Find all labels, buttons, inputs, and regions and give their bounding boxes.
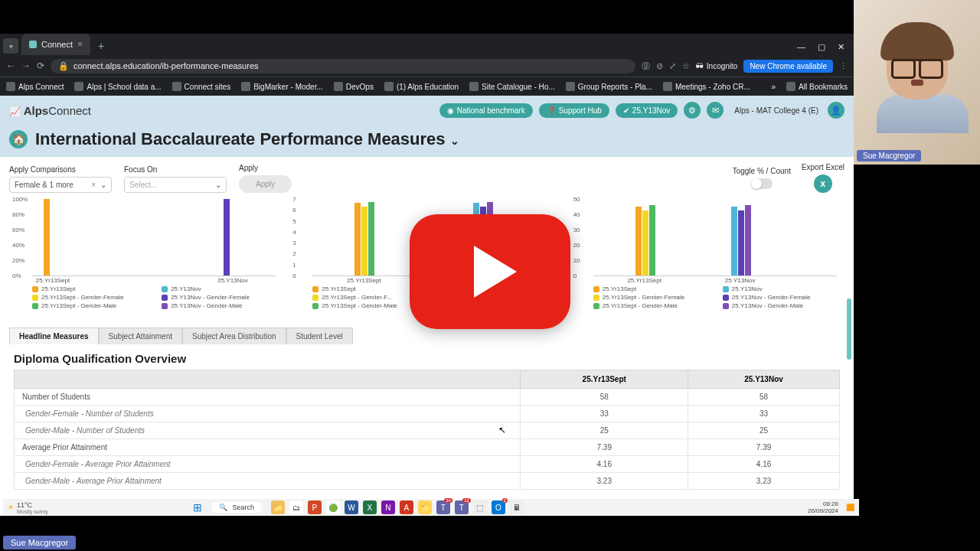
support-hub-pill[interactable]: ❓Support Hub <box>539 103 609 118</box>
legend-item: 25.Y13Nov <box>723 285 844 292</box>
legend-item: 25.Y13Nov - Gender-Male <box>723 302 844 309</box>
legend-item: 25.Y13Nov - Gender-Male <box>162 302 283 309</box>
apply-comparisons-select[interactable]: Female & 1 more ×⌄ <box>9 177 112 193</box>
taskbar-app[interactable]: 📁 <box>271 500 285 514</box>
export-excel-button[interactable]: x <box>814 174 832 193</box>
play-icon <box>474 246 517 298</box>
legend-item: 25.Yr13Sept <box>32 285 154 292</box>
bookmark-item[interactable]: Alps | School data a... <box>74 82 161 91</box>
legend-item: 25.Yr13Sept - Gender-Male <box>593 302 715 309</box>
taskbar-explorer[interactable]: 📁 <box>418 500 432 514</box>
focus-on-select[interactable]: Select... ⌄ <box>124 177 227 193</box>
webcam-overlay: Sue Macgregor <box>854 0 980 165</box>
taskbar-chrome[interactable]: 🟢 <box>326 500 340 514</box>
new-tab-button[interactable]: + <box>92 37 110 55</box>
folder-icon <box>786 82 795 91</box>
taskbar-word[interactable]: W <box>345 500 358 514</box>
toggle-label: Toggle % / Count <box>733 167 791 175</box>
bookmark-item[interactable]: DevOps <box>334 82 374 91</box>
bookmark-item[interactable]: Group Reports - Pla... <box>566 82 652 91</box>
lock-icon: 🔒 <box>58 61 69 71</box>
tab-favicon <box>29 41 37 48</box>
start-button[interactable]: ⊞ <box>193 501 202 514</box>
star-icon[interactable]: ☆ <box>682 61 690 71</box>
legend-item: 25.Y13Nov - Gender-Female <box>723 294 844 301</box>
legend-item: 25.Y13Nov - Gender-Female <box>162 294 283 301</box>
legend-item: 25.Y13Nov <box>162 285 283 292</box>
bookmark-item[interactable]: (1) Alps Education <box>384 82 459 91</box>
tray-icon[interactable]: 🟧 <box>846 504 854 511</box>
bookmark-item[interactable]: BigMarker - Moder... <box>241 82 323 91</box>
zoom-icon[interactable]: ⤢ <box>669 61 676 71</box>
incognito-icon: 🕶 <box>696 62 704 70</box>
taskbar-acrobat[interactable]: A <box>400 500 413 514</box>
close-icon[interactable]: × <box>77 39 83 50</box>
home-icon: 🏠 <box>12 133 25 145</box>
reload-button[interactable]: ⟳ <box>37 60 44 71</box>
tab-student-level[interactable]: Student Level <box>286 328 353 344</box>
tab-list-button[interactable]: ▾ <box>3 38 18 54</box>
tabs-bar: ▾ Connect × + — ▢ ✕ <box>0 34 854 55</box>
export-label: Export Excel <box>802 163 844 171</box>
bookmark-item[interactable]: Alps Connect <box>6 82 64 91</box>
close-button[interactable]: ✕ <box>838 42 844 52</box>
tab-connect[interactable]: Connect × <box>21 34 90 55</box>
user-avatar[interactable]: 👤 <box>828 102 844 119</box>
presenter-name-tag-lower: Sue Macgregor <box>3 536 76 549</box>
bookmark-item[interactable]: Site Catalogue - Ho... <box>469 82 555 91</box>
table-row: Average Prior Attainment7.397.39 <box>15 439 840 456</box>
taskbar-powerpoint[interactable]: P <box>308 500 322 514</box>
settings-button[interactable]: ⚙ <box>684 102 701 119</box>
taskbar-excel[interactable]: X <box>363 500 377 514</box>
taskbar-outlook[interactable]: O2 <box>492 500 505 514</box>
all-bookmarks-button[interactable]: All Bookmarks <box>786 82 848 91</box>
back-button[interactable]: ← <box>6 60 15 71</box>
clear-icon[interactable]: × <box>91 181 96 189</box>
maximize-button[interactable]: ▢ <box>818 42 825 52</box>
taskbar-app[interactable]: ⬚ <box>473 500 487 514</box>
taskbar-app[interactable]: 🗂 <box>289 500 303 514</box>
chrome-update-button[interactable]: New Chrome available <box>743 60 833 73</box>
taskbar-teams2[interactable]: T12 <box>455 500 469 514</box>
taskbar-clock[interactable]: 08:28 26/09/2024 <box>808 500 838 514</box>
table-row: Gender-Male - Number of Students2525 <box>15 422 840 439</box>
url-field[interactable]: 🔒 connect.alps.education/ib-performance-… <box>51 59 635 73</box>
menu-icon[interactable]: ⋮ <box>839 61 848 71</box>
tab-subject-area-distribution[interactable]: Subject Area Distribution <box>182 328 286 344</box>
legend-item: 25.Yr13Sept - Gender-Female <box>593 294 715 301</box>
bookmark-item[interactable]: Meetings - Zoho CR... <box>663 82 750 91</box>
minimize-button[interactable]: — <box>797 42 805 52</box>
mail-button[interactable]: ✉ <box>707 102 724 119</box>
national-benchmark-pill[interactable]: ◉National benchmark <box>439 103 533 118</box>
page-title[interactable]: International Baccalaureate Performance … <box>35 129 459 149</box>
blocked-icon[interactable]: ⊘ <box>656 61 663 71</box>
taskbar-calc[interactable]: 🖩 <box>510 500 524 514</box>
translate-icon[interactable]: ⓖ <box>642 60 650 72</box>
weather-widget[interactable]: ☀ 11°C Mostly sunny <box>8 501 48 514</box>
forward-button[interactable]: → <box>21 60 31 71</box>
apply-button[interactable]: Apply <box>239 175 292 193</box>
table-row: Gender-Female - Number of Students3333 <box>15 406 840 422</box>
toggle-percent-count[interactable] <box>751 178 773 189</box>
title-row: 🏠 International Baccalaureate Performanc… <box>0 125 854 157</box>
tab-subject-attainment[interactable]: Subject Attainment <box>99 328 182 344</box>
scrollbar-thumb[interactable] <box>847 298 851 360</box>
chart-0: 100%80%60%40%20%0%25.Yr13Sept25.Y13Nov25… <box>9 199 283 321</box>
bookmark-icon <box>566 82 575 91</box>
incognito-badge: 🕶 Incognito <box>696 62 738 70</box>
bookmark-item[interactable]: Connect sites <box>172 82 231 91</box>
taskbar-search[interactable]: 🔍 Search <box>211 502 262 513</box>
bookmarks-overflow[interactable]: » <box>772 83 776 91</box>
home-button[interactable]: 🏠 <box>9 130 28 148</box>
play-button[interactable] <box>410 214 570 329</box>
filters-row: Apply Comparisons Female & 1 more ×⌄ Foc… <box>0 157 854 199</box>
logo-chart-icon: 📈 <box>9 106 21 117</box>
table-row: Gender-Male - Average Prior Attainment3.… <box>15 473 840 490</box>
taskbar-teams[interactable]: T24 <box>436 500 450 514</box>
period-select-pill[interactable]: ✔25.Y13Nov <box>616 103 678 118</box>
bookmark-icon <box>469 82 479 91</box>
app-logo[interactable]: 📈 AlpsConnect <box>9 104 91 117</box>
presenter-figure <box>877 27 957 149</box>
tab-headline-measures[interactable]: Headline Measures <box>9 328 99 344</box>
taskbar-onenote[interactable]: N <box>381 500 395 514</box>
